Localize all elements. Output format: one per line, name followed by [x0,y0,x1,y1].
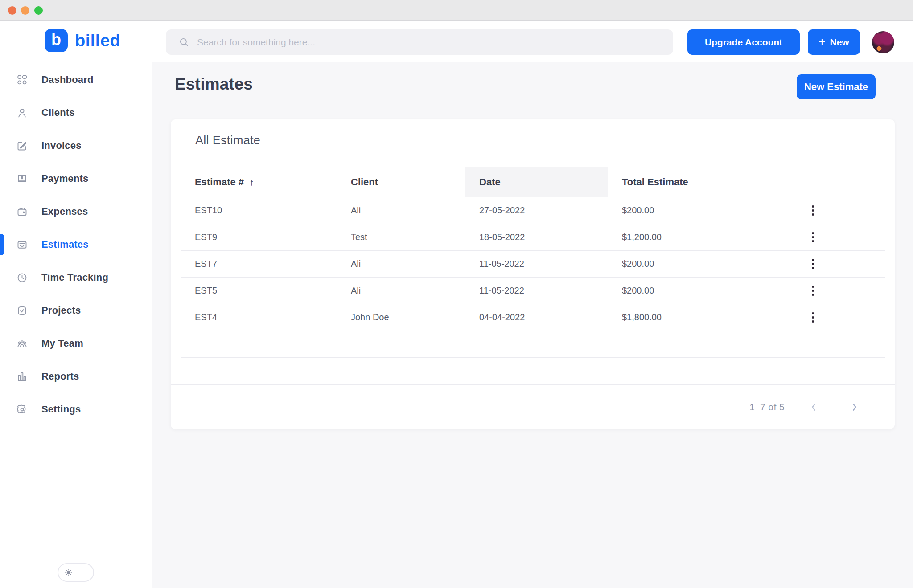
sidebar-footer [0,556,152,588]
reports-icon [16,371,28,383]
table-row[interactable]: EST9 Test 18-05-2022 $1,200.00 [181,224,885,250]
sidebar-item-label: Payments [41,173,89,184]
active-indicator [0,234,4,255]
new-estimate-button[interactable]: New Estimate [797,74,876,99]
sidebar-item-label: Invoices [41,140,82,151]
upgrade-account-button[interactable]: Upgrade Account [687,29,800,55]
minimize-window-icon[interactable] [21,6,29,15]
cell-client: Ali [337,197,465,224]
search-input[interactable] [197,29,673,55]
new-button[interactable]: + New [808,29,860,55]
row-actions-kebab-icon[interactable] [804,308,822,326]
cell-date: 27-05-2022 [465,197,608,224]
cell-total: $1,800.00 [608,304,749,331]
sidebar-item-estimates[interactable]: Estimates [0,228,152,261]
table-row[interactable]: EST4 John Doe 04-04-2022 $1,800.00 [181,304,885,331]
sidebar-item-label: Expenses [41,206,88,217]
main-content: Estimates New Estimate All Estimate Esti… [152,62,913,588]
sidebar-item-dashboard[interactable]: Dashboard [0,63,152,96]
cell-estimate-id: EST7 [181,250,337,277]
sun-icon [64,568,74,577]
sidebar-item-label: Reports [41,371,79,382]
card-title: All Estimate [195,134,260,147]
pagination: 1–7 of 5 [171,384,895,429]
sidebar-item-expenses[interactable]: Expenses [0,195,152,228]
row-actions-kebab-icon[interactable] [804,282,822,299]
column-header-client[interactable]: Client [337,167,465,197]
payments-icon [16,173,28,185]
cell-client: Test [337,224,465,250]
cell-date: 11-05-2022 [465,277,608,304]
clients-icon [16,107,28,119]
previous-page-button[interactable] [805,398,823,416]
user-avatar[interactable] [872,31,894,53]
cell-client: Ali [337,250,465,277]
cell-date: 18-05-2022 [465,224,608,250]
column-header-total[interactable]: Total Estimate [608,167,749,197]
settings-icon [16,404,28,416]
chevron-right-icon [849,401,860,413]
app-logo[interactable]: b billed [45,29,120,52]
expenses-icon [16,206,28,218]
zoom-window-icon[interactable] [34,6,43,15]
estimates-card: All Estimate Estimate # ↑ Client Date To… [171,119,895,429]
cell-estimate-id: EST9 [181,224,337,250]
plus-icon: + [818,35,825,49]
pagination-label: 1–7 of 5 [749,402,785,412]
estimates-table: Estimate # ↑ Client Date Total Estimate … [181,167,885,384]
sidebar-item-label: Time Tracking [41,272,108,283]
cell-date: 11-05-2022 [465,250,608,277]
cell-total: $1,200.00 [608,224,749,250]
logo-text: billed [75,31,120,50]
global-search [166,29,673,55]
row-actions-kebab-icon[interactable] [804,255,822,273]
table-row[interactable]: EST10 Ali 27-05-2022 $200.00 [181,197,885,224]
close-window-icon[interactable] [8,6,16,15]
empty-table-row [181,331,885,357]
my-team-icon [16,338,28,350]
sidebar-item-settings[interactable]: Settings [0,393,152,426]
logo-icon: b [45,29,68,52]
sidebar: Dashboard Clients Invoices Payments [0,62,152,588]
cell-date: 04-04-2022 [465,304,608,331]
cell-total: $200.00 [608,197,749,224]
time-tracking-icon [16,272,28,284]
sidebar-item-clients[interactable]: Clients [0,96,152,129]
sidebar-item-my-team[interactable]: My Team [0,327,152,360]
window-titlebar [0,0,913,21]
sidebar-item-invoices[interactable]: Invoices [0,129,152,162]
sidebar-item-reports[interactable]: Reports [0,360,152,393]
cell-client: Ali [337,277,465,304]
table-header-row: Estimate # ↑ Client Date Total Estimate [181,167,885,197]
cell-estimate-id: EST4 [181,304,337,331]
app-header: b billed Upgrade Account + New [0,21,913,62]
sidebar-item-label: Projects [41,305,81,316]
cell-estimate-id: EST10 [181,197,337,224]
column-header-label: Estimate # [195,176,244,188]
sidebar-item-label: Settings [41,404,81,415]
estimates-icon [16,239,28,251]
table-row[interactable]: EST7 Ali 11-05-2022 $200.00 [181,250,885,277]
sidebar-item-label: Estimates [41,239,89,250]
row-actions-kebab-icon[interactable] [804,228,822,246]
search-icon [178,37,190,48]
column-header-date[interactable]: Date [465,167,608,197]
table-row[interactable]: EST5 Ali 11-05-2022 $200.00 [181,277,885,304]
sidebar-item-label: Clients [41,107,75,118]
sidebar-item-time-tracking[interactable]: Time Tracking [0,261,152,294]
row-actions-kebab-icon[interactable] [804,201,822,219]
sidebar-item-projects[interactable]: Projects [0,294,152,327]
next-page-button[interactable] [846,398,864,416]
theme-toggle[interactable] [58,563,94,582]
sidebar-item-payments[interactable]: Payments [0,162,152,195]
sort-ascending-icon: ↑ [249,177,254,187]
invoices-icon [16,140,28,152]
cell-total: $200.00 [608,250,749,277]
cell-client: John Doe [337,304,465,331]
new-button-label: New [830,37,849,48]
projects-icon [16,305,28,317]
empty-table-row [181,357,885,384]
cell-total: $200.00 [608,277,749,304]
dashboard-icon [16,74,28,86]
column-header-estimate[interactable]: Estimate # ↑ [181,167,337,197]
